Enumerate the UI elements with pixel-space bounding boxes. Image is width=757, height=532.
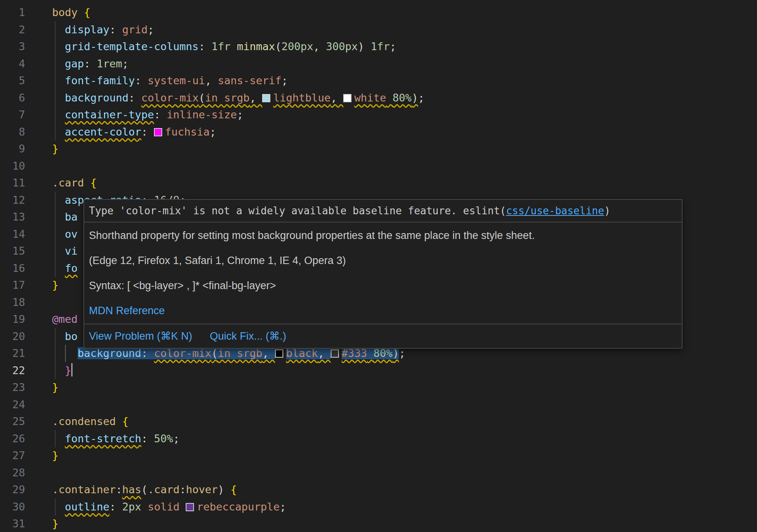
code-line[interactable]: 5 font-family: system-ui, sans-serif; xyxy=(0,72,757,89)
line-number[interactable]: 8 xyxy=(0,123,25,141)
code-token xyxy=(52,330,65,342)
code-token xyxy=(52,432,65,445)
code-token: solid xyxy=(148,501,179,513)
line-number[interactable]: 19 xyxy=(0,311,25,328)
code-line[interactable]: 7 container-type: inline-size; xyxy=(0,106,757,123)
line-number[interactable]: 1 xyxy=(0,4,25,21)
diagnostic-rule-link[interactable]: css/use-baseline xyxy=(506,205,604,217)
color-swatch[interactable] xyxy=(331,349,339,358)
line-number[interactable]: 16 xyxy=(0,260,25,277)
line-number[interactable]: 24 xyxy=(0,396,25,413)
line-number[interactable]: 28 xyxy=(0,464,25,481)
code-line[interactable]: 26 font-stretch: 50%; xyxy=(0,430,757,447)
line-number[interactable]: 30 xyxy=(0,498,25,516)
code-line[interactable]: 25.condensed { xyxy=(0,413,757,430)
code-token: system-ui xyxy=(148,74,205,87)
code-text: fo xyxy=(52,260,78,277)
code-token: } xyxy=(52,143,58,155)
line-number[interactable]: 3 xyxy=(0,38,25,55)
code-line[interactable]: 28 xyxy=(0,464,757,481)
code-token: } xyxy=(52,449,58,461)
line-number[interactable]: 14 xyxy=(0,226,25,243)
line-number[interactable]: 21 xyxy=(0,345,25,362)
line-number[interactable]: 17 xyxy=(0,277,25,294)
code-line[interactable]: 8 accent-color: fuchsia; xyxy=(0,123,757,141)
code-token: : xyxy=(179,483,186,496)
code-token xyxy=(230,40,237,52)
line-number[interactable]: 22 xyxy=(0,362,25,379)
code-token: ( xyxy=(211,347,217,359)
code-token: white xyxy=(354,92,386,104)
line-number[interactable]: 13 xyxy=(0,208,25,226)
line-number[interactable]: 18 xyxy=(0,294,25,311)
code-line[interactable]: 10 xyxy=(0,157,757,175)
line-number[interactable]: 29 xyxy=(0,481,25,498)
color-swatch[interactable] xyxy=(275,349,283,358)
code-text: } xyxy=(52,447,58,464)
code-token: , xyxy=(205,74,218,87)
code-line[interactable]: 1body { xyxy=(0,4,757,21)
line-number[interactable]: 23 xyxy=(0,379,25,396)
line-number[interactable]: 20 xyxy=(0,328,25,345)
code-token: .card xyxy=(148,483,179,496)
code-line[interactable]: 22 } xyxy=(0,362,757,379)
code-token: background xyxy=(65,92,129,104)
line-number[interactable]: 27 xyxy=(0,447,25,464)
code-line[interactable]: 4 gap: 1rem; xyxy=(0,55,757,72)
code-token: 200px xyxy=(281,40,313,52)
code-token: background xyxy=(78,347,141,359)
line-number[interactable]: 26 xyxy=(0,430,25,447)
line-number[interactable]: 6 xyxy=(0,89,25,107)
code-token: font-family xyxy=(65,74,135,87)
code-token: ; xyxy=(418,92,424,104)
code-token xyxy=(52,109,65,121)
code-line[interactable]: 29.container:has(.card:hover) { xyxy=(0,481,757,498)
code-token: : xyxy=(141,347,154,359)
code-line[interactable]: 6 background: color-mix(in srgb, lightbl… xyxy=(0,89,757,107)
line-number[interactable]: 9 xyxy=(0,140,25,157)
code-token: accent-color xyxy=(65,126,141,138)
code-token: 300px xyxy=(326,40,358,52)
code-line[interactable]: 30 outline: 2px solid rebeccapurple; xyxy=(0,498,757,516)
code-token: , xyxy=(318,347,331,359)
code-line[interactable]: 3 grid-template-columns: 1fr minmax(200p… xyxy=(0,38,757,55)
line-number[interactable]: 7 xyxy=(0,106,25,123)
line-number[interactable]: 25 xyxy=(0,413,25,430)
line-number[interactable]: 2 xyxy=(0,21,25,38)
code-token: : xyxy=(84,58,97,70)
code-text: body { xyxy=(52,4,91,21)
code-token: { xyxy=(84,6,90,18)
code-token: ; xyxy=(148,24,154,36)
code-line[interactable]: 24 xyxy=(0,396,757,413)
line-number[interactable]: 11 xyxy=(0,174,25,192)
text-cursor xyxy=(71,363,72,376)
code-line[interactable]: 2 display: grid; xyxy=(0,21,757,38)
line-number[interactable]: 31 xyxy=(0,515,25,532)
line-number[interactable]: 5 xyxy=(0,72,25,89)
code-token: fo xyxy=(65,262,78,274)
code-token: { xyxy=(122,415,129,427)
line-number[interactable]: 4 xyxy=(0,55,25,72)
code-line[interactable]: 9} xyxy=(0,140,757,157)
code-token: body xyxy=(52,6,78,18)
code-line[interactable]: 31} xyxy=(0,515,757,532)
mdn-reference-link[interactable]: MDN Reference xyxy=(89,305,165,317)
color-swatch[interactable] xyxy=(262,94,270,102)
line-number[interactable]: 15 xyxy=(0,242,25,260)
code-line[interactable]: 11.card { xyxy=(0,174,757,192)
quick-fix-button[interactable]: Quick Fix... (⌘.) xyxy=(210,329,286,343)
color-swatch[interactable] xyxy=(186,503,194,511)
view-problem-button[interactable]: View Problem (⌘K N) xyxy=(89,329,192,343)
code-token: .card xyxy=(52,177,84,189)
line-number[interactable]: 10 xyxy=(0,157,25,175)
code-text: } xyxy=(52,277,58,294)
code-line[interactable]: 27} xyxy=(0,447,757,464)
color-swatch[interactable] xyxy=(343,94,351,102)
code-token xyxy=(52,364,65,376)
code-text: grid-template-columns: 1fr minmax(200px,… xyxy=(52,38,396,55)
color-swatch[interactable] xyxy=(154,128,162,136)
code-line[interactable]: 23} xyxy=(0,379,757,396)
code-text: .container:has(.card:hover) { xyxy=(52,481,237,498)
line-number[interactable]: 12 xyxy=(0,192,25,209)
code-editor: 1body {2 display: grid;3 grid-template-c… xyxy=(0,0,757,532)
